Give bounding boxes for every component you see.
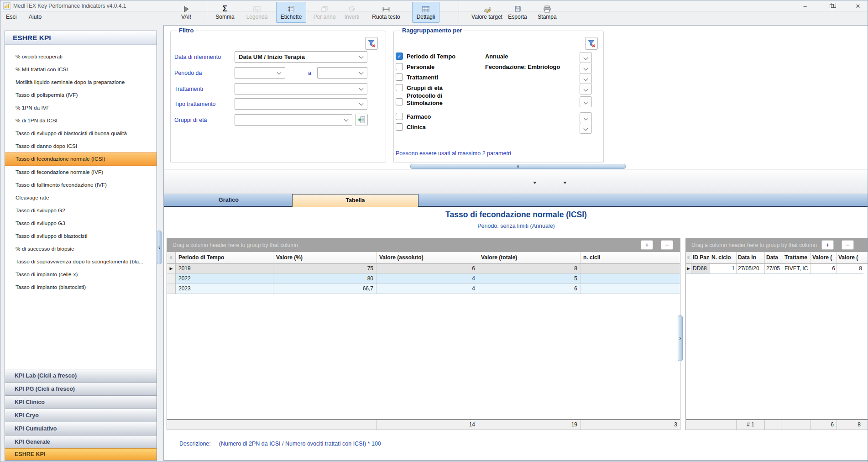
sidebar-item[interactable]: Tasso di sviluppo G3 (5, 217, 157, 230)
table-row[interactable]: ▶ 2019 75 6 8 (167, 264, 680, 274)
checkbox-farmaco[interactable] (396, 113, 403, 120)
sidebar-item[interactable]: Tasso di sopravvivenza dopo lo scongelam… (5, 255, 157, 268)
sidebar-item[interactable]: % ovociti recuperati (5, 50, 157, 63)
checkbox-personale[interactable] (396, 63, 403, 70)
sidebar-item[interactable]: % 1PN da IVF (5, 101, 157, 114)
farmaco-dropdown[interactable] (580, 112, 592, 123)
clinica-dropdown[interactable] (580, 123, 592, 134)
table-row[interactable]: ▶ DD68 1 27/05/20 27/05 FIVET, IC 6 8 (686, 264, 868, 274)
menu-item-esci[interactable]: Esci (4, 13, 19, 21)
gruppi-eta-dropdown[interactable] (580, 84, 592, 94)
section-kpi-clinico[interactable]: KPI Clinico (5, 395, 157, 409)
menu-item-aiuto[interactable]: Aiuto (27, 13, 44, 21)
sidebar-item[interactable]: Tasso di sviluppo G2 (5, 204, 157, 217)
column-header-id-paziente[interactable]: ID Paz (691, 252, 710, 263)
edit-age-groups-button[interactable] (355, 114, 368, 126)
section-kpi-lab[interactable]: KPI Lab (Cicli a fresco) (5, 369, 157, 382)
data-riferimento-value: Data UM / Inizio Terapia (239, 53, 305, 60)
expand-all-button[interactable]: + (641, 240, 653, 250)
sidebar-item-selected[interactable]: Tasso di fecondazione normale (ICSI) (5, 152, 157, 166)
sidebar-item[interactable]: Tasso di impianto (blastocisti) (5, 281, 157, 294)
section-kpi-pg[interactable]: KPI PG (Cicli a fresco) (5, 382, 157, 395)
column-header-valore-assoluto[interactable]: Valore (assoluto) (376, 252, 478, 263)
checkbox-clinica[interactable] (396, 123, 403, 131)
section-kpi-generale[interactable]: KPI Generale (5, 435, 157, 448)
sidebar-item[interactable]: Tasso di impianto (celle-x) (5, 268, 157, 281)
column-header-valore-1[interactable]: Valore ( (811, 252, 837, 263)
column-header-periodo[interactable]: Periodo di Tempo (176, 252, 273, 263)
sidebar-item[interactable]: Tasso di sviluppo di blastocisti di buon… (5, 127, 157, 140)
esporta-button[interactable]: Esporta (505, 2, 530, 23)
column-header-data-inizio[interactable]: Data in (737, 252, 765, 263)
grouping-note: Possono essere usati al massimo 2 parame… (396, 150, 511, 157)
data-riferimento-combo[interactable]: Data UM / Inizio Terapia (235, 51, 367, 63)
chevron-down-icon (359, 101, 364, 106)
tab-tabella[interactable]: Tabella (292, 194, 418, 207)
column-header-data[interactable]: Data (765, 252, 783, 263)
etichette-button[interactable]: Etichette (276, 2, 306, 23)
checkbox-protocollo[interactable] (396, 98, 403, 105)
tipo-trattamento-combo[interactable] (235, 98, 367, 110)
clear-grouping-button[interactable] (585, 37, 598, 50)
column-header-n-cicli[interactable]: n. cicli (580, 252, 680, 263)
sidebar-item[interactable]: Tasso di sviluppo di blastocisti (5, 230, 157, 242)
periodo-da-combo[interactable] (235, 67, 285, 79)
sidebar-item[interactable]: Tasso di fecondazione normale (IVF) (5, 166, 157, 178)
section-kpi-cumulativo[interactable]: KPI Cumulativo (5, 422, 157, 435)
personale-dropdown[interactable] (580, 63, 592, 74)
minimize-button[interactable]: – (795, 0, 816, 12)
sidebar-item[interactable]: Tasso di polispermia (IVF) (5, 89, 157, 101)
valore-target-button[interactable]: Valore target (465, 2, 509, 23)
checkbox-gruppi-eta[interactable] (396, 84, 403, 91)
table-row[interactable]: 2022 80 4 5 (167, 274, 680, 284)
checkbox-periodo-di-tempo[interactable]: ✓ (396, 52, 403, 60)
periodo-a-combo[interactable] (317, 67, 367, 79)
cell: 27/05 (765, 264, 783, 274)
clear-filter-button[interactable] (365, 37, 378, 50)
stampa-button[interactable]: Stampa (535, 2, 559, 23)
section-kpi-cryo[interactable]: KPI Cryo (5, 409, 157, 422)
restore-button[interactable] (821, 0, 842, 12)
tab-grafico[interactable]: Grafico (197, 194, 261, 206)
column-chooser-icon[interactable]: ≡ (686, 252, 691, 263)
horizontal-splitter-handle[interactable]: ∧ (410, 164, 626, 169)
cell: 4 (376, 284, 478, 294)
footer-sum-totale: 19 (478, 420, 580, 430)
sidebar-item[interactable]: Cleavage rate (5, 191, 157, 204)
periodo-di-tempo-value: Annuale (485, 53, 508, 60)
column-header-valore-pct[interactable]: Valore (%) (273, 252, 376, 263)
grid-footer: # 1 6 8 (686, 419, 868, 430)
collapse-all-button[interactable]: − (842, 240, 854, 250)
ruota-testo-button[interactable]: Ruota testo (366, 2, 407, 23)
row-marker-icon: ▶ (686, 264, 691, 274)
column-chooser-icon[interactable]: ≡ (167, 252, 176, 263)
collapse-all-button[interactable]: − (661, 240, 673, 250)
sidebar-item[interactable]: Tasso di danno dopo ICSI (5, 140, 157, 152)
dettagli-button[interactable]: Dettagli (412, 2, 439, 23)
section-eshre-kpi[interactable]: ESHRE KPI (5, 448, 157, 460)
gruppi-eta-combo[interactable] (235, 114, 352, 126)
column-header-n-ciclo[interactable]: N. ciclo (710, 252, 737, 263)
left-collapse-handle[interactable]: ‹ (157, 231, 162, 264)
column-header-valore-2[interactable]: Valore ( (837, 252, 863, 263)
sidebar-item[interactable]: % di 1PN da ICSI (5, 114, 157, 127)
vai-button[interactable]: VAI! (173, 2, 199, 23)
somma-button[interactable]: Σ Somma (212, 2, 238, 23)
checkbox-trattamenti[interactable] (396, 74, 403, 81)
trattamenti-dropdown[interactable] (580, 73, 592, 84)
table-row[interactable]: 2023 66,7 4 6 (167, 284, 680, 294)
protocollo-dropdown[interactable] (580, 96, 592, 107)
sidebar-item[interactable]: % di successo di biopsie (5, 242, 157, 255)
stampa-dropdown-button[interactable] (561, 172, 569, 193)
trattamenti-combo[interactable] (235, 83, 367, 94)
close-button[interactable]: ✕ (847, 0, 868, 12)
expand-all-button[interactable]: + (821, 240, 834, 250)
right-collapse-handle[interactable]: › (678, 315, 683, 361)
column-header-valore-totale[interactable]: Valore (totale) (478, 252, 580, 263)
column-header-trattamento[interactable]: Trattame (783, 252, 811, 263)
periodo-di-tempo-dropdown[interactable] (580, 52, 592, 63)
esporta-dropdown-button[interactable] (531, 172, 539, 193)
sidebar-item[interactable]: Motilità liquido seminale dopo la prepar… (5, 76, 157, 89)
sidebar-item[interactable]: % MII trattati con ICSI (5, 63, 157, 76)
sidebar-item[interactable]: Tasso di fallimento fecondazione (IVF) (5, 178, 157, 191)
